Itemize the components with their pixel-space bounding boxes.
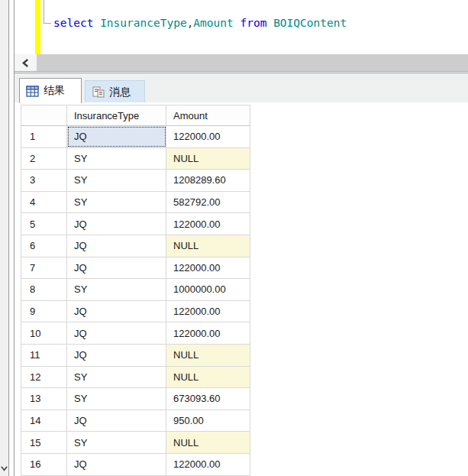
table-row: 1JQ122000.00 xyxy=(21,126,250,148)
row-number-cell[interactable]: 5 xyxy=(21,213,67,235)
table-row: 10JQ122000.00 xyxy=(21,322,250,345)
cell-amount[interactable]: 122000.00 xyxy=(166,126,250,148)
query-window: select InsuranceType,Amount from BOIQCon… xyxy=(15,0,468,476)
cell-amount[interactable]: 1208289.60 xyxy=(166,170,250,192)
row-number-cell[interactable]: 14 xyxy=(21,410,67,432)
cell-amount[interactable]: 122000.00 xyxy=(166,322,250,345)
cell-insurancetype[interactable]: JQ xyxy=(67,344,166,366)
cell-amount[interactable]: NULL xyxy=(166,235,250,257)
table-row: 9JQ122000.00 xyxy=(21,300,250,322)
cell-amount[interactable]: NULL xyxy=(166,366,250,388)
messages-icon xyxy=(92,86,105,98)
row-number-cell[interactable]: 11 xyxy=(21,344,67,366)
cell-amount[interactable]: 122000.00 xyxy=(166,453,250,475)
table-row: 3SY1208289.60 xyxy=(21,170,250,192)
table-row: 12SYNULL xyxy=(21,366,250,388)
cell-amount[interactable]: 122000.00 xyxy=(166,257,250,279)
row-number-cell[interactable]: 3 xyxy=(21,170,67,192)
row-number-cell[interactable]: 10 xyxy=(21,322,67,345)
cell-insurancetype[interactable]: SY xyxy=(67,366,166,388)
chevron-left-icon xyxy=(22,59,29,67)
cell-amount[interactable]: NULL xyxy=(166,432,250,454)
cell-insurancetype[interactable]: JQ xyxy=(67,257,166,279)
sql-token-plain xyxy=(93,17,100,29)
tab-messages-label: 消息 xyxy=(109,86,131,99)
cell-amount[interactable]: 122000.00 xyxy=(166,213,250,235)
cell-insurancetype[interactable]: JQ xyxy=(67,126,166,148)
change-tracking-bar xyxy=(35,0,40,54)
row-number-cell[interactable]: 15 xyxy=(21,432,67,454)
cell-insurancetype[interactable]: SY xyxy=(67,170,166,192)
sql-token-plain xyxy=(266,17,273,29)
table-row: 14JQ950.00 xyxy=(21,410,250,432)
table-row: 6JQNULL xyxy=(21,235,250,257)
results-grid-area: InsuranceType Amount 1JQ122000.002SYNULL… xyxy=(15,102,468,476)
row-number-cell[interactable]: 8 xyxy=(21,279,67,301)
row-number-cell[interactable]: 6 xyxy=(21,235,67,257)
left-rail xyxy=(0,0,8,476)
sql-token-identifier: InsuranceType xyxy=(100,17,187,29)
row-number-cell[interactable]: 13 xyxy=(21,388,67,410)
row-number-cell[interactable]: 16 xyxy=(21,453,67,475)
grid-corner-cell[interactable] xyxy=(21,105,67,126)
cell-insurancetype[interactable]: SY xyxy=(67,147,166,170)
table-row: 13SY673093.60 xyxy=(21,388,250,410)
tab-messages[interactable]: 消息 xyxy=(85,80,145,103)
editor-horizontal-scrollbar[interactable] xyxy=(15,54,468,72)
window-edge-divider[interactable] xyxy=(8,0,15,476)
sql-editor[interactable]: select InsuranceType,Amount from BOIQCon… xyxy=(15,0,468,54)
table-row: 11JQNULL xyxy=(21,344,250,366)
row-number-cell[interactable]: 4 xyxy=(21,191,67,213)
results-grid: InsuranceType Amount 1JQ122000.002SYNULL… xyxy=(21,105,250,476)
column-header-insurancetype[interactable]: InsuranceType xyxy=(67,105,166,126)
grid-header-row: InsuranceType Amount xyxy=(21,105,250,126)
cell-amount[interactable]: 122000.00 xyxy=(166,300,250,322)
results-tabstrip: 结果 消息 xyxy=(15,73,468,102)
scroll-left-button[interactable] xyxy=(15,54,37,71)
table-row: 7JQ122000.00 xyxy=(21,257,250,279)
table-row: 2SYNULL xyxy=(21,147,250,170)
table-row: 4SY582792.00 xyxy=(21,191,250,213)
sql-statement[interactable]: select InsuranceType,Amount from BOIQCon… xyxy=(53,16,347,30)
cell-insurancetype[interactable]: JQ xyxy=(67,322,166,345)
cell-insurancetype[interactable]: SY xyxy=(67,191,166,213)
cell-insurancetype[interactable]: JQ xyxy=(67,300,166,322)
cell-insurancetype[interactable]: SY xyxy=(67,388,166,410)
row-number-cell[interactable]: 1 xyxy=(21,126,67,148)
tab-results[interactable]: 结果 xyxy=(19,78,82,103)
cell-amount[interactable]: 582792.00 xyxy=(166,191,250,213)
cell-insurancetype[interactable]: JQ xyxy=(67,235,166,257)
sql-token-keyword: from xyxy=(240,17,266,29)
cell-insurancetype[interactable]: SY xyxy=(67,279,166,301)
table-row: 15SYNULL xyxy=(21,432,250,454)
sql-token-identifier: BOIQContent xyxy=(273,17,347,29)
results-pane: 结果 消息 Insurance xyxy=(15,73,468,476)
cell-amount[interactable]: 1000000.00 xyxy=(166,279,250,301)
results-grid-icon xyxy=(26,86,39,97)
cell-amount[interactable]: NULL xyxy=(166,344,250,366)
code-fold-line xyxy=(44,0,44,24)
scrollbar-track[interactable] xyxy=(37,54,468,71)
chevron-down-icon[interactable] xyxy=(0,462,8,471)
row-number-cell[interactable]: 7 xyxy=(21,257,67,279)
table-row: 16JQ122000.00 xyxy=(21,453,250,475)
row-number-cell[interactable]: 9 xyxy=(21,300,67,322)
code-fold-line-end xyxy=(44,23,51,24)
cell-insurancetype[interactable]: SY xyxy=(67,432,166,454)
cell-amount[interactable]: 950.00 xyxy=(166,410,250,432)
table-row: 5JQ122000.00 xyxy=(21,213,250,235)
tab-results-label: 结果 xyxy=(44,84,65,98)
sql-token-identifier: Amount xyxy=(193,17,233,29)
row-number-cell[interactable]: 2 xyxy=(21,147,67,170)
cell-insurancetype[interactable]: JQ xyxy=(67,410,166,432)
cell-insurancetype[interactable]: JQ xyxy=(67,213,166,235)
cell-insurancetype[interactable]: JQ xyxy=(67,453,166,475)
cell-amount[interactable]: 673093.60 xyxy=(166,388,250,410)
row-number-cell[interactable]: 12 xyxy=(21,366,67,388)
table-row: 8SY1000000.00 xyxy=(21,279,250,301)
cell-amount[interactable]: NULL xyxy=(166,147,250,170)
sql-token-keyword: select xyxy=(53,17,93,29)
column-header-amount[interactable]: Amount xyxy=(166,105,250,126)
